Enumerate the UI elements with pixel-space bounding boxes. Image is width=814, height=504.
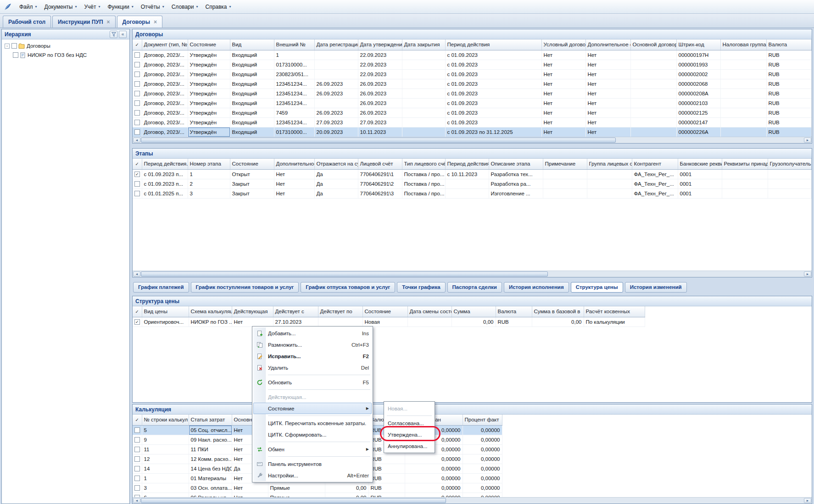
table-cell[interactable]: 0000002068 <box>676 79 720 89</box>
table-cell[interactable]: Нет <box>541 89 585 98</box>
column-header[interactable]: Дата смены состоя <box>407 306 452 317</box>
table-cell[interactable]: RUB <box>368 454 405 464</box>
table-cell[interactable]: 22.09.2023 <box>358 60 402 69</box>
table-cell[interactable]: RUB <box>368 493 405 497</box>
table-cell[interactable] <box>722 188 768 198</box>
column-header[interactable]: Описание этапа <box>489 159 543 169</box>
tree-checkbox[interactable] <box>11 43 17 49</box>
table-cell[interactable]: RUB <box>766 117 811 127</box>
table-row[interactable]: Договор, 2023/...УтверждёнВходящий230823… <box>133 69 811 79</box>
table-cell[interactable] <box>720 69 766 79</box>
table-cell[interactable]: Нет <box>541 60 585 69</box>
table-cell[interactable]: Договор, 2023/... <box>142 79 188 89</box>
table-cell[interactable] <box>587 188 632 198</box>
table-cell[interactable]: Да <box>314 179 358 188</box>
table-cell[interactable] <box>314 50 358 60</box>
table-cell[interactable]: с 10.11.2023 <box>445 169 489 179</box>
table-cell[interactable]: НИОКР по ГОЗ ... <box>189 317 232 327</box>
table-cell[interactable]: 7706406291\3 <box>358 188 402 198</box>
row-checkbox[interactable] <box>134 62 140 67</box>
table-cell[interactable]: Входящий <box>230 69 274 79</box>
table-row[interactable]: с 01.09.2023 п...2ЗакрытНетДа7706406291\… <box>133 179 811 188</box>
table-cell[interactable]: 1 <box>274 50 314 60</box>
menubar-item[interactable]: Справка▾ <box>201 2 234 12</box>
table-cell[interactable]: 0,00000 <box>405 454 463 464</box>
table-cell[interactable]: Нет <box>541 108 585 117</box>
table-cell[interactable]: с 01.01.2025 п... <box>142 188 188 198</box>
table-cell[interactable]: 7459 <box>274 108 314 117</box>
menubar-item[interactable]: Отчёты▾ <box>137 2 168 12</box>
table-cell[interactable]: Утверждён <box>188 108 230 117</box>
subtab-button[interactable]: График поступления товаров и услуг <box>191 282 299 293</box>
table-cell[interactable]: Поставка / про... <box>402 179 445 188</box>
table-cell[interactable]: Утверждён <box>188 69 230 79</box>
table-cell[interactable]: RUB <box>766 89 811 98</box>
table-cell[interactable]: Нет <box>585 50 630 60</box>
table-cell[interactable]: Договор, 2023/... <box>142 117 188 127</box>
row-checkbox[interactable] <box>134 466 140 471</box>
table-cell[interactable]: Утверждён <box>188 89 230 98</box>
table-cell[interactable] <box>402 108 445 117</box>
table-cell[interactable] <box>314 60 358 69</box>
table-cell[interactable]: RUB <box>496 317 532 327</box>
scroll-track[interactable] <box>446 498 804 503</box>
row-checkbox[interactable] <box>134 110 140 116</box>
table-cell[interactable]: RUB <box>766 69 811 79</box>
table-cell[interactable]: 0000002147 <box>676 117 720 127</box>
table-cell[interactable]: Открыт <box>230 169 274 179</box>
table-cell[interactable]: 09 Накл. расхо... <box>189 435 232 444</box>
column-header[interactable]: Штрих-код <box>676 39 720 50</box>
column-header[interactable]: Контрагент <box>632 159 678 169</box>
select-all-header[interactable]: ✓ <box>133 306 142 317</box>
table-cell[interactable]: Нет <box>274 179 314 188</box>
table-cell[interactable]: Входящий <box>230 50 274 60</box>
column-header[interactable]: Налоговая группа <box>720 39 766 50</box>
table-row[interactable]: с 01.01.2025 п...3ЗакрытНетДа7706406291\… <box>133 188 811 198</box>
column-header[interactable]: Дополнительное с <box>585 39 630 50</box>
table-cell[interactable]: 0000002103 <box>676 98 720 108</box>
table-cell[interactable]: Нет <box>585 79 630 89</box>
subtab-button[interactable]: Точки графика <box>397 282 445 293</box>
main-tab[interactable]: Договоры× <box>117 16 162 28</box>
table-row[interactable]: Договор, 2023/...УтверждёнВходящий017310… <box>133 60 811 69</box>
column-header[interactable]: Дата регистрации <box>314 39 358 50</box>
table-cell[interactable] <box>630 89 676 98</box>
table-cell[interactable]: Утверждён <box>188 127 230 137</box>
column-header[interactable]: Группа лицевых с <box>587 159 632 169</box>
table-cell[interactable]: Да <box>314 169 358 179</box>
row-checkbox[interactable] <box>134 120 140 125</box>
table-cell[interactable] <box>402 60 445 69</box>
table-cell[interactable]: с 01.09.2023 <box>445 79 541 89</box>
table-cell[interactable]: 123451234... <box>274 98 314 108</box>
table-cell[interactable]: Договор, 2023/... <box>142 98 188 108</box>
table-cell[interactable]: 6 <box>142 493 189 497</box>
table-cell[interactable]: Нет <box>541 117 585 127</box>
table-cell[interactable]: Нет <box>541 127 585 137</box>
column-header[interactable]: Дата утверждения <box>358 39 402 50</box>
table-cell[interactable]: 0000002002 <box>676 69 720 79</box>
table-cell[interactable]: 017310000... <box>274 60 314 69</box>
menubar-item[interactable]: Функции▾ <box>104 2 137 12</box>
filter-button[interactable] <box>110 31 117 38</box>
subtab-button[interactable]: Структура цены <box>571 282 623 293</box>
table-cell[interactable]: 123451234... <box>274 117 314 127</box>
table-cell[interactable]: 0,00000 <box>463 425 502 435</box>
table-cell[interactable] <box>630 117 676 127</box>
table-row[interactable]: Договор, 2023/...УтверждёнВходящий017310… <box>133 127 811 137</box>
row-checkbox[interactable] <box>134 427 140 433</box>
table-cell[interactable]: Утверждён <box>188 79 230 89</box>
table-cell[interactable]: Договор, 2023/... <box>142 69 188 79</box>
column-header[interactable]: Основной договор <box>630 39 676 50</box>
scroll-left-arrow[interactable]: ◄ <box>133 271 140 277</box>
table-cell[interactable] <box>587 179 632 188</box>
context-menu-item[interactable]: Обмен▶ <box>253 443 372 455</box>
table-cell[interactable]: Входящий <box>230 79 274 89</box>
table-cell[interactable]: По калькуляции <box>584 317 645 327</box>
table-cell[interactable]: 0001 <box>678 179 722 188</box>
column-header[interactable]: Состояние <box>362 306 407 317</box>
table-cell[interactable] <box>402 69 445 79</box>
table-cell[interactable]: Разработка ра... <box>489 179 543 188</box>
table-cell[interactable]: 017310000... <box>274 127 314 137</box>
context-menu-item[interactable]: Исправить...F2 <box>253 350 372 362</box>
table-cell[interactable]: Нет <box>541 79 585 89</box>
